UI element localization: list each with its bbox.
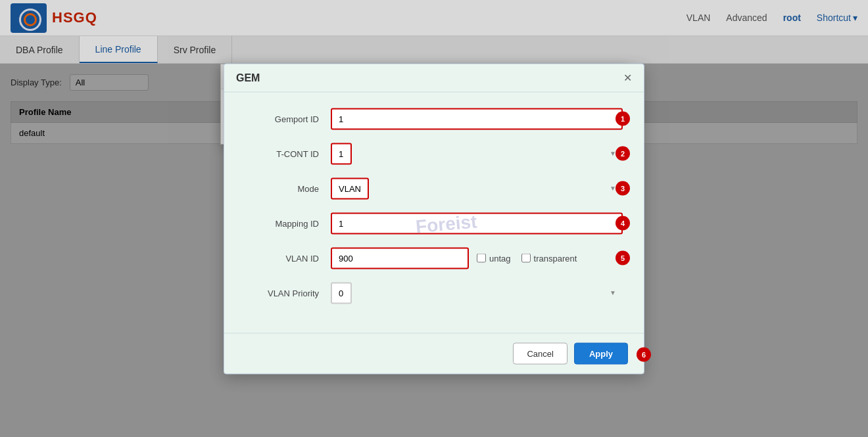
step-5-badge: 5 [615,251,630,265]
vlan-id-input[interactable] [331,247,469,269]
vlan-checkboxes: untag transparent [477,253,577,263]
vlan-priority-label: VLAN Priority [245,288,331,298]
mode-row: Mode VLAN TLS IP 3 [245,177,623,199]
mapping-id-row: Mapping ID 4 [245,212,623,234]
vlan-priority-select[interactable]: 0 1 2 3 4 5 6 7 [331,282,352,304]
tcont-id-row: T-CONT ID 1 2 3 2 [245,143,623,164]
untag-checkbox-label[interactable]: untag [477,253,511,263]
gemport-id-label: Gemport ID [245,114,331,124]
step-3-badge: 3 [615,181,630,196]
vlan-id-controls: untag transparent [331,247,577,269]
vlan-id-row: VLAN ID untag transparent 5 [245,247,623,269]
untag-checkbox[interactable] [477,254,486,263]
gem-modal-footer: Cancel Apply 6 [224,333,644,373]
vlan-id-label: VLAN ID [245,253,331,263]
gem-modal: GEM ✕ Gemport ID 1 T-CONT ID 1 2 3 2 Mod… [224,63,644,374]
tcont-id-select-wrapper: 1 2 3 [331,143,623,164]
transparent-checkbox-label[interactable]: transparent [521,253,577,263]
step-2-badge: 2 [615,147,630,161]
untag-label: untag [489,253,511,263]
gem-modal-body: Gemport ID 1 T-CONT ID 1 2 3 2 Mode VLAN [224,92,644,333]
gem-modal-header: GEM ✕ [224,64,644,92]
gemport-id-row: Gemport ID 1 [245,108,623,129]
step-1-badge: 1 [615,112,630,126]
vlan-priority-select-wrapper: 0 1 2 3 4 5 6 7 [331,282,623,304]
transparent-label: transparent [534,253,577,263]
transparent-checkbox[interactable] [521,254,531,263]
tcont-id-select[interactable]: 1 2 3 [331,143,352,164]
mode-select[interactable]: VLAN TLS IP [331,177,369,199]
gemport-id-input[interactable] [331,108,623,129]
gem-modal-close-button[interactable]: ✕ [623,72,632,83]
gem-modal-title: GEM [236,72,260,83]
mapping-id-input[interactable] [331,212,623,234]
step-4-badge: 4 [615,216,630,231]
tcont-id-label: T-CONT ID [245,149,331,158]
vlan-priority-row: VLAN Priority 0 1 2 3 4 5 6 7 [245,282,623,304]
step-6-badge: 6 [637,347,651,361]
mode-select-wrapper: VLAN TLS IP [331,177,623,199]
apply-button[interactable]: Apply [574,342,628,364]
cancel-button[interactable]: Cancel [513,342,567,364]
mapping-id-label: Mapping ID [245,218,331,228]
mode-label: Mode [245,183,331,193]
